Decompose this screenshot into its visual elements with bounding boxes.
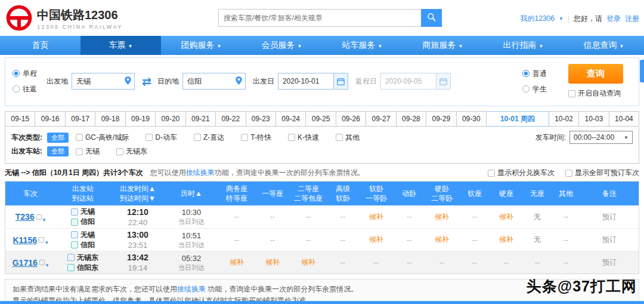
column-header[interactable]: 出发时间▲ 到达时间▼ [110, 184, 165, 203]
book-cell[interactable]: 预订 [580, 212, 639, 222]
trip-type-radio[interactable]: 单程 [13, 69, 37, 79]
search-input[interactable] [218, 9, 421, 27]
seat-cell[interactable]: -- [327, 213, 358, 221]
seat-cell[interactable]: -- [523, 259, 552, 267]
train-type-checkbox[interactable]: K-快速 [288, 133, 319, 143]
location-pin-icon[interactable] [125, 76, 131, 87]
expand-caret-icon[interactable]: ▾ [46, 262, 49, 268]
column-header[interactable]: 动卧 [394, 184, 424, 203]
book-cell[interactable]: 预订 [580, 235, 639, 245]
seat-cell[interactable]: -- [289, 213, 327, 221]
train-type-checkbox[interactable]: T-特快 [241, 133, 271, 143]
date-tab[interactable]: 09-23 [246, 111, 276, 127]
seat-cell[interactable]: -- [218, 213, 256, 221]
nav-item[interactable]: 站车服务 ▼ [322, 36, 402, 55]
seat-cell[interactable]: -- [394, 236, 424, 244]
nav-item[interactable]: 信息查询 ▼ [564, 36, 644, 55]
calendar-icon[interactable] [333, 73, 348, 89]
seat-cell[interactable]: -- [460, 236, 490, 244]
date-tab[interactable]: 09-30 [457, 111, 487, 127]
column-header[interactable]: 其他 [552, 184, 580, 203]
train-type-checkbox[interactable]: 其他 [336, 133, 360, 143]
column-header[interactable]: 二等座 二等包座 [289, 184, 327, 203]
location-pin-icon[interactable] [236, 76, 242, 87]
auto-query-checkbox[interactable]: 开启自动查询 [568, 88, 621, 99]
transfer-link[interactable]: 接续换乘 [186, 168, 215, 177]
column-header[interactable]: 高级 软卧 [327, 184, 358, 203]
display-toggle-checkbox[interactable]: 显示积分兑换车次 [488, 168, 555, 178]
seat-cell[interactable]: -- [552, 213, 580, 221]
nav-item[interactable]: 首页 ▼ [0, 36, 80, 55]
date-tab[interactable]: 09-16 [35, 111, 65, 127]
column-header[interactable]: 硬卧 二等卧 [424, 184, 460, 203]
seat-cell[interactable]: -- [218, 236, 256, 244]
nav-item[interactable]: 团购服务 ▼ [161, 36, 242, 55]
register-link[interactable]: 注册 [625, 14, 639, 24]
column-header[interactable]: 历时▲ [165, 184, 218, 203]
from-station-input[interactable] [72, 73, 125, 89]
column-header[interactable]: 商务座 特等座 [218, 184, 256, 203]
display-toggle-checkbox[interactable]: 显示全部可预订车次 [565, 168, 639, 178]
my-12306-link[interactable]: 我的12306 [521, 14, 555, 24]
train-type-checkbox[interactable]: D-动车 [145, 133, 177, 143]
query-button[interactable]: 查询 [568, 64, 623, 84]
column-header[interactable]: 车次 [5, 184, 55, 203]
date-tab[interactable]: 10-04 [609, 111, 639, 127]
login-link[interactable]: 登录 [606, 14, 621, 24]
floating-side-tab[interactable] [640, 60, 644, 82]
seat-cell[interactable]: -- [424, 259, 460, 267]
date-tab[interactable]: 09-27 [366, 111, 396, 127]
expand-caret-icon[interactable]: ▾ [45, 239, 48, 245]
seat-cell[interactable]: 无 [523, 235, 552, 245]
train-number-link[interactable]: T236 [16, 212, 35, 222]
seat-cell[interactable]: 候补 [424, 235, 460, 245]
seat-cell[interactable]: -- [552, 259, 580, 267]
seat-cell[interactable]: -- [490, 259, 523, 267]
depart-station-checkbox[interactable]: 无锡 [76, 146, 100, 156]
seat-cell[interactable]: 候补 [490, 235, 523, 245]
date-tab[interactable]: 09-15 [5, 111, 35, 127]
passenger-type-radio[interactable]: 普通 [522, 69, 547, 79]
date-tab[interactable]: 09-24 [276, 111, 306, 127]
date-tab[interactable]: 10-01 周四 [487, 111, 549, 127]
transfer-link[interactable]: 接续换乘 [177, 285, 206, 293]
column-header[interactable]: 软卧 一等卧 [358, 184, 394, 203]
date-tab[interactable]: 09-17 [66, 111, 95, 127]
date-tab[interactable]: 09-19 [126, 111, 156, 127]
seat-cell[interactable]: -- [256, 236, 289, 244]
date-tab[interactable]: 09-28 [397, 111, 426, 127]
train-type-all-tag[interactable]: 全部 [47, 133, 69, 143]
seat-cell[interactable]: 候补 [218, 257, 256, 268]
seat-cell[interactable]: -- [327, 236, 358, 244]
seat-cell[interactable]: -- [394, 213, 424, 221]
seat-cell[interactable]: 候补 [358, 235, 394, 245]
calendar-icon[interactable] [436, 73, 450, 89]
column-header[interactable]: 一等座 [256, 184, 289, 203]
nav-item[interactable]: 出行指南 ▼ [483, 36, 564, 55]
to-station-input[interactable] [183, 73, 236, 89]
column-header[interactable]: 出发站 到达站 [55, 184, 110, 203]
nav-item[interactable]: 会员服务 ▼ [242, 36, 322, 55]
train-number-link[interactable]: G1716 [13, 258, 38, 268]
date-tab[interactable]: 09-22 [216, 111, 246, 127]
swap-stations-icon[interactable]: ⇄ [142, 76, 151, 87]
date-tab[interactable]: 10-03 [579, 111, 609, 127]
depart-station-all-tag[interactable]: 全部 [47, 146, 69, 156]
seat-cell[interactable]: 候补 [424, 212, 460, 222]
train-type-checkbox[interactable]: GC-高铁/城际 [76, 133, 129, 143]
date-tab[interactable]: 09-20 [156, 111, 185, 127]
nav-item[interactable]: 车票 ▼ [80, 36, 161, 55]
seat-cell[interactable]: -- [460, 213, 490, 221]
date-tab[interactable]: 09-21 [186, 111, 216, 127]
date-tab[interactable]: 10-02 [549, 111, 579, 127]
expand-caret-icon[interactable]: ▾ [43, 217, 46, 223]
date-tab[interactable]: 09-25 [306, 111, 336, 127]
seat-cell[interactable]: -- [394, 259, 424, 267]
column-header[interactable]: 备注 [580, 184, 639, 203]
train-number-link[interactable]: K1156 [13, 235, 36, 245]
seat-cell[interactable]: -- [552, 236, 580, 244]
seat-cell[interactable]: -- [358, 259, 394, 267]
nav-item[interactable]: 商旅服务 ▼ [402, 36, 483, 55]
passenger-type-radio[interactable]: 学生 [522, 84, 547, 94]
depart-time-select[interactable]: 00:00--24:00 ▼ [569, 131, 633, 144]
